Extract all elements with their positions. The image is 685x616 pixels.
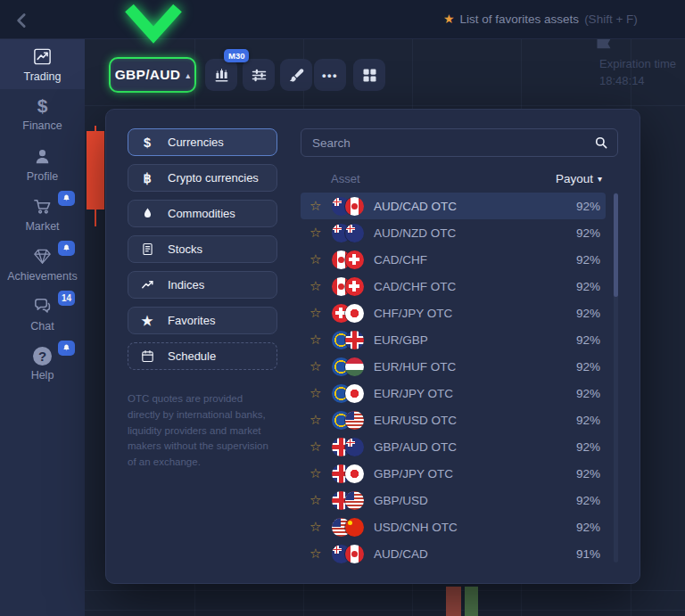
quote-currency-flag-icon [345,304,364,323]
favorite-star-icon[interactable]: ☆ [309,439,326,455]
payout-column-header: Payout [556,172,593,185]
asset-payout: 92% [576,440,600,454]
favorite-star-icon[interactable]: ☆ [309,278,326,294]
sidebar-item-trading[interactable]: Trading [0,39,85,89]
quote-currency-flag-icon [345,545,364,563]
asset-row[interactable]: ☆ CAD/CHF 92% [301,246,606,273]
category-stocks[interactable]: Stocks [128,235,277,263]
asset-pair-button[interactable]: GBP/AUD ▴ [109,57,196,93]
favorite-star-icon[interactable]: ☆ [309,519,326,535]
favorite-star-icon[interactable]: ☆ [309,546,326,562]
payout-sort-header[interactable]: Payout ▾ [556,172,602,185]
favorite-star-icon[interactable]: ☆ [309,385,326,401]
currency-pair-flags [332,357,364,376]
quote-currency-flag-icon [345,464,364,483]
asset-row[interactable]: ☆ EUR/GBP 92% [301,326,606,353]
asset-payout: 92% [576,253,600,267]
green-pointer-arrow [121,2,186,45]
sidebar-item-label: Help [31,369,54,382]
favorite-star-icon[interactable]: ☆ [309,225,326,241]
expiration-label: Expiration time [599,55,676,72]
asset-row[interactable]: ☆ GBP/AUD OTC 92% [301,433,606,460]
favorite-star-icon[interactable]: ☆ [309,332,326,348]
favorite-star-icon[interactable]: ☆ [309,412,326,428]
favorite-star-icon[interactable]: ☆ [309,492,326,508]
asset-name: EUR/GBP [374,333,428,347]
star-icon: ★ [139,313,155,329]
asset-pair-label: GBP/AUD [115,67,181,83]
favorites-hint-shortcut: (Shift + F) [584,12,638,26]
category-crypto-currencies[interactable]: ฿ Crypto currencies [128,164,277,192]
asset-row[interactable]: ☆ CAD/CHF OTC 92% [301,273,606,300]
category-schedule[interactable]: Schedule [128,342,277,370]
category-label: Favorites [168,314,215,327]
more-options-button[interactable]: ••• [314,59,346,91]
asset-payout: 92% [576,307,600,320]
favorite-star-icon[interactable]: ☆ [309,465,326,481]
favorite-star-icon[interactable]: ☆ [309,251,326,267]
asset-payout: 92% [576,280,600,293]
grid-layout-button[interactable] [353,59,385,91]
asset-row[interactable]: ☆ AUD/CAD 91% [301,540,606,564]
sidebar-item-label: Profile [27,170,58,183]
asset-name: GBP/JPY OTC [374,467,453,480]
sidebar-item-finance[interactable]: $ Finance [0,89,85,139]
asset-row[interactable]: ☆ EUR/HUF OTC 92% [301,353,606,380]
bell-icon [62,343,71,353]
indicators-button[interactable] [243,59,275,91]
asset-payout: 92% [576,387,600,400]
quote-currency-flag-icon [345,197,364,216]
category-favorites[interactable]: ★ Favorites [128,307,277,334]
cart-icon [32,196,53,217]
expiration-flag-icon [596,37,612,50]
trading-chart-icon [32,46,53,67]
search-input[interactable] [301,128,618,157]
quote-currency-flag-icon [345,411,364,430]
asset-payout: 92% [576,200,600,213]
category-label: Crypto currencies [168,171,259,185]
asset-name: EUR/HUF OTC [374,360,456,374]
document-icon [139,242,155,258]
favorite-star-icon[interactable]: ☆ [309,198,326,214]
asset-row[interactable]: ☆ CHF/JPY OTC 92% [301,300,606,326]
bell-icon [62,243,71,253]
star-icon: ★ [443,12,455,26]
chart-type-button[interactable] [205,59,237,91]
ellipsis-icon: ••• [322,69,338,82]
sidebar-item-help[interactable]: ? Help [0,339,85,389]
asset-payout: 92% [576,467,600,480]
category-commodities[interactable]: Commodities [128,200,277,227]
quote-currency-flag-icon [345,438,364,456]
favorite-star-icon[interactable]: ☆ [309,358,326,374]
asset-list-scrollbar [614,193,618,563]
currency-pair-flags [332,438,364,456]
category-currencies[interactable]: $ Currencies [128,128,277,156]
sidebar-item-chat[interactable]: 14 Chat [0,289,85,339]
currency-pair-flags [332,304,364,323]
favorite-star-icon[interactable]: ☆ [309,305,326,321]
sidebar-item-label: Trading [24,70,62,83]
asset-row[interactable]: ☆ GBP/USD 92% [301,487,606,513]
sidebar-item-profile[interactable]: Profile [0,139,85,189]
asset-name: EUR/USD OTC [374,414,457,427]
sidebar-item-achievements[interactable]: Achievements [0,239,85,289]
asset-row[interactable]: ☆ EUR/USD OTC 92% [301,407,606,433]
category-label: Commodities [168,207,235,220]
sidebar-item-market[interactable]: Market [0,189,85,239]
asset-name: CAD/CHF [374,253,427,267]
asset-row[interactable]: ☆ EUR/JPY OTC 92% [301,380,606,407]
asset-row[interactable]: ☆ USD/CNH OTC 92% [301,513,606,540]
sidebar-item-label: Market [25,220,59,233]
asset-row[interactable]: ☆ AUD/CAD OTC 92% [301,193,606,219]
drawing-tools-button[interactable] [280,59,312,91]
category-indices[interactable]: Indices [128,271,277,299]
search-icon[interactable] [593,135,609,151]
scrollbar-thumb[interactable] [614,193,618,297]
back-icon[interactable] [11,9,34,32]
sidebar-item-label: Finance [22,119,62,132]
favorites-hint: ★ List of favorites assets (Shift + F) [443,12,638,26]
asset-row[interactable]: ☆ GBP/JPY OTC 92% [301,460,606,487]
currency-pair-flags [332,491,364,510]
asset-row[interactable]: ☆ AUD/NZD OTC 92% [301,219,606,246]
asset-name: AUD/CAD [374,547,428,561]
